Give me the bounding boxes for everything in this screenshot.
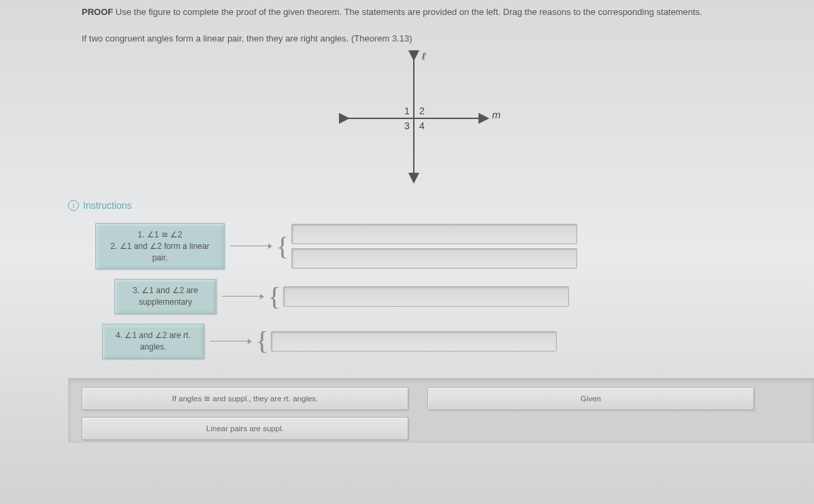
instructions-toggle[interactable]: i Instructions	[68, 200, 132, 211]
connector-arrow	[230, 246, 271, 247]
figure-angle-4: 4	[419, 120, 425, 131]
figure-diagram: ℓ m 1 2 3 4	[82, 50, 787, 186]
reason-slot-3[interactable]	[283, 286, 569, 307]
statement-1: 1. ∠1 ≅ ∠2 2. ∠1 and ∠2 form a linear pa…	[95, 223, 225, 269]
figure-label-m: m	[492, 109, 501, 120]
figure-angle-3: 3	[404, 120, 410, 131]
bracket-icon: {	[256, 333, 268, 349]
info-icon: i	[68, 200, 79, 211]
proof-row-1: 1. ∠1 ≅ ∠2 2. ∠1 and ∠2 form a linear pa…	[95, 223, 787, 269]
statement-1-line2: 2. ∠1 and ∠2 form a linear pair.	[103, 241, 217, 264]
proof-header: PROOF Use the figure to complete the pro…	[82, 7, 787, 17]
figure-angle-2: 2	[419, 105, 425, 116]
connector-arrow	[210, 341, 250, 342]
statement-2: 3. ∠1 and ∠2 are supplementary	[114, 279, 216, 314]
instructions-label: Instructions	[83, 200, 132, 211]
theorem-text: If two congruent angles form a linear pa…	[82, 33, 787, 44]
proof-rows: 1. ∠1 ≅ ∠2 2. ∠1 and ∠2 form a linear pa…	[95, 223, 787, 359]
figure-angle-1: 1	[404, 105, 410, 116]
proof-header-text: Use the figure to complete the proof of …	[113, 7, 702, 17]
reason-slot-1[interactable]	[291, 224, 577, 244]
intersecting-lines-figure: ℓ m 1 2 3 4	[325, 50, 543, 186]
reason-option-given[interactable]: Given	[427, 387, 754, 410]
proof-header-bold: PROOF	[82, 7, 113, 17]
statement-1-line1: 1. ∠1 ≅ ∠2	[103, 229, 217, 241]
statement-3: 4. ∠1 and ∠2 are rt. angles.	[102, 324, 204, 359]
reason-option-congruent-suppl[interactable]: If angles ≅ and suppl., they are rt. ang…	[82, 387, 408, 410]
figure-label-l: ℓ	[421, 50, 426, 62]
bracket-icon: {	[276, 239, 289, 254]
reason-slot-4[interactable]	[271, 331, 557, 352]
connector-arrow	[222, 296, 263, 297]
bracket-icon: {	[268, 289, 280, 305]
reason-option-linear-pairs-suppl[interactable]: Linear pairs are suppl.	[82, 417, 408, 440]
proof-row-2: 3. ∠1 and ∠2 are supplementary {	[95, 279, 787, 314]
reason-slot-2[interactable]	[291, 248, 577, 269]
proof-row-3: 4. ∠1 and ∠2 are rt. angles. {	[95, 324, 787, 359]
reasons-pool: If angles ≅ and suppl., they are rt. ang…	[68, 378, 814, 443]
